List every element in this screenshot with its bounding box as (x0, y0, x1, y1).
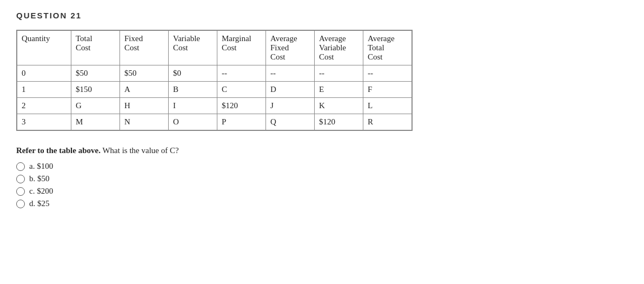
table-cell: Q (266, 114, 315, 130)
col-header-avg-fixed-cost: AverageFixedCost (266, 31, 315, 65)
table-cell: N (120, 114, 169, 130)
table-cell: $50 (71, 65, 120, 82)
table-cell: 3 (17, 114, 71, 130)
radio-d[interactable] (16, 200, 25, 208)
table-cell: R (363, 114, 412, 130)
table-cell: B (169, 82, 217, 98)
table-cell: $0 (169, 65, 217, 82)
option-b[interactable]: b. $50 (16, 174, 628, 183)
table-cell: F (363, 82, 412, 98)
table-cell: 2 (17, 98, 71, 114)
table-cell: -- (217, 65, 266, 82)
col-header-total-cost: TotalCost (71, 31, 120, 65)
table-cell: -- (315, 65, 363, 82)
option-c-label: c. $200 (29, 187, 53, 196)
col-header-marginal-cost: MarginalCost (217, 31, 266, 65)
table-cell: E (315, 82, 363, 98)
col-header-avg-total-cost: AverageTotalCost (363, 31, 412, 65)
table-cell: 1 (17, 82, 71, 98)
option-d-label: d. $25 (29, 199, 50, 208)
col-header-fixed-cost: FixedCost (120, 31, 169, 65)
table-cell: J (266, 98, 315, 114)
radio-b[interactable] (16, 175, 25, 183)
table-cell: P (217, 114, 266, 130)
table-cell: -- (363, 65, 412, 82)
table-cell: $120 (315, 114, 363, 130)
data-table: Quantity TotalCost FixedCost VariableCos… (16, 30, 413, 131)
col-header-variable-cost: VariableCost (169, 31, 217, 65)
option-c[interactable]: c. $200 (16, 187, 628, 196)
table-cell: L (363, 98, 412, 114)
question-text: Refer to the table above. What is the va… (16, 146, 628, 155)
col-header-quantity: Quantity (17, 31, 71, 65)
option-d[interactable]: d. $25 (16, 199, 628, 208)
table-cell: $120 (217, 98, 266, 114)
table-cell: $150 (71, 82, 120, 98)
table-cell: 0 (17, 65, 71, 82)
table-cell: M (71, 114, 120, 130)
radio-c[interactable] (16, 187, 25, 196)
table-cell: K (315, 98, 363, 114)
radio-a[interactable] (16, 162, 25, 171)
answer-options: a. $100 b. $50 c. $200 d. $25 (16, 162, 628, 208)
option-b-label: b. $50 (29, 174, 50, 183)
question-title: QUESTION 21 (16, 11, 628, 20)
table-cell: O (169, 114, 217, 130)
table-cell: D (266, 82, 315, 98)
option-a[interactable]: a. $100 (16, 162, 628, 171)
table-cell: -- (266, 65, 315, 82)
table-cell: C (217, 82, 266, 98)
table-cell: G (71, 98, 120, 114)
col-header-avg-variable-cost: AverageVariableCost (315, 31, 363, 65)
option-a-label: a. $100 (29, 162, 53, 171)
table-cell: H (120, 98, 169, 114)
table-cell: A (120, 82, 169, 98)
table-cell: $50 (120, 65, 169, 82)
table-cell: I (169, 98, 217, 114)
